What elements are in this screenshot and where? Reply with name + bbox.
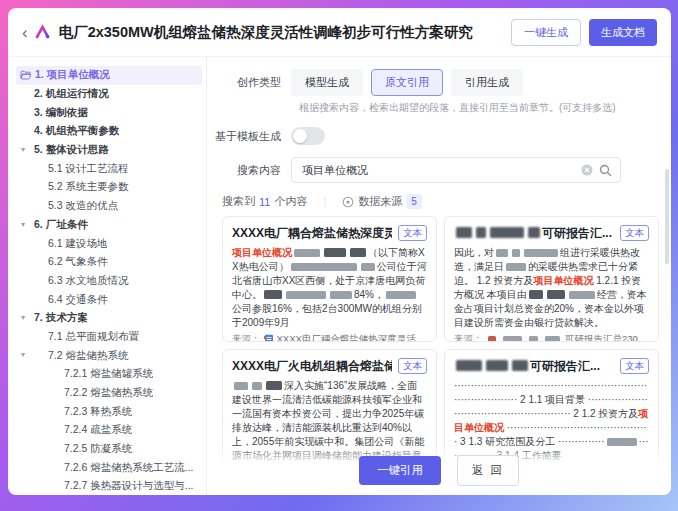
creation-type-tab[interactable]: 原文引用 xyxy=(371,69,443,96)
chevron-down-icon[interactable]: ▾ xyxy=(21,309,25,328)
search-label: 搜索内容 xyxy=(215,163,281,178)
text-fragment: 公司参股16%，包括2台300MW的机组分别于2009年9月 xyxy=(232,303,422,328)
sidebar-item[interactable]: 6.1 建设场地 xyxy=(16,234,202,253)
sidebar-item[interactable]: 5.3 改造的优点 xyxy=(16,197,202,216)
template-toggle-row: 基于模板生成 xyxy=(215,127,659,145)
redacted-block xyxy=(512,360,528,371)
card-header: 可研报告汇...文本 xyxy=(454,358,649,375)
redacted-block xyxy=(386,291,416,299)
create-document-button[interactable]: 生成文档 xyxy=(589,19,657,46)
data-source-count[interactable]: 5 xyxy=(406,194,422,209)
sidebar-item[interactable]: 7.2.4 疏盐系统 xyxy=(16,421,202,440)
sidebar-item-label: 7.2.6 熔盐储热系统工艺流... xyxy=(64,461,194,475)
creation-type-tab[interactable]: 引用生成 xyxy=(451,69,523,96)
one-click-cite-button[interactable]: 一键引用 xyxy=(359,456,441,485)
search-input[interactable] xyxy=(300,163,575,177)
sidebar-item[interactable]: 5.2 系统主要参数 xyxy=(16,178,202,197)
sidebar-item[interactable]: 4. 机组热平衡参数 xyxy=(16,122,202,141)
template-toggle[interactable] xyxy=(291,127,325,145)
found-prefix: 搜索到 xyxy=(222,194,255,209)
back-button[interactable]: ‹ xyxy=(22,24,28,41)
page-title: 电厂2x350MW机组熔盐储热深度灵活性调峰初步可行性方案研究 xyxy=(59,23,511,42)
sidebar-item-label: 7.2 熔盐储热系统 xyxy=(48,349,129,363)
text-fragment: 可研报告汇... xyxy=(542,226,612,240)
sidebar-item[interactable]: 6.4 交通条件 xyxy=(16,290,202,309)
sidebar-item[interactable]: 3. 编制依据 xyxy=(16,103,202,122)
redacted-block xyxy=(361,263,375,271)
result-card[interactable]: XXXX电厂耦合熔盐储热深度灵...文本项目单位概况（以下简称XX热电公司）公司… xyxy=(222,216,437,342)
document-icon xyxy=(264,334,274,342)
text-fragment: 84%， xyxy=(354,289,384,300)
sidebar-item[interactable]: 7.1 总平面规划布置 xyxy=(16,328,202,347)
sidebar-item[interactable]: 6.2 气象条件 xyxy=(16,253,202,272)
card-title: XXXX电厂火电机组耦合熔盐储... xyxy=(232,358,392,375)
card-title: XXXX电厂耦合熔盐储热深度灵... xyxy=(232,225,392,242)
text-fragment: XXXX电厂耦合熔盐储热深度灵活调峰热电解耦初步可... xyxy=(277,333,428,342)
sidebar-item-label: 7.2.1 熔盐储罐系统 xyxy=(64,367,153,381)
text-fragment: ········································… xyxy=(454,380,648,419)
card-header: XXXX电厂耦合熔盐储热深度灵...文本 xyxy=(232,225,427,242)
card-source: 来源：可研报告汇总230826.pdf xyxy=(454,333,649,342)
sidebar-item[interactable]: ▾7. 技术方案 xyxy=(16,309,202,328)
card-source: 来源：XXXX电厂耦合熔盐储热深度灵活调峰热电解耦初步可... xyxy=(232,333,427,342)
found-count: 11 xyxy=(259,196,270,208)
redacted-block xyxy=(529,290,543,299)
sidebar-item[interactable]: 7.2.3 释热系统 xyxy=(16,402,202,421)
one-click-generate-button[interactable]: 一键生成 xyxy=(511,19,581,46)
type-badge: 文本 xyxy=(398,225,427,241)
sidebar-item-label: 7.1 总平面规划布置 xyxy=(48,330,139,344)
sidebar-item[interactable]: 2. 机组运行情况 xyxy=(16,85,202,104)
redacted-block xyxy=(476,227,486,238)
gradient-frame: ‹ 电厂2x350MW机组熔盐储热深度灵活性调峰初步可行性方案研究 一键生成 生… xyxy=(0,0,678,511)
sidebar-item-label: 7.2.5 防凝系统 xyxy=(64,442,132,456)
main-panel: 创作类型 模型生成原文引用引用生成 根据搜索内容，检索出期望的段落，直接引用至当… xyxy=(207,57,671,495)
sidebar-item-label: 2. 机组运行情况 xyxy=(34,87,109,101)
sidebar-item[interactable]: 7.2.1 熔盐储罐系统 xyxy=(16,365,202,384)
app-window: ‹ 电厂2x350MW机组熔盐储热深度灵活性调峰初步可行性方案研究 一键生成 生… xyxy=(8,8,671,495)
creation-type-tab[interactable]: 模型生成 xyxy=(291,69,363,96)
return-button[interactable]: 返 回 xyxy=(457,455,519,486)
toggle-knob xyxy=(293,129,307,143)
result-card[interactable]: 可研报告汇...文本因此，对组进行采暖供热改造，满足日的采暖供热需求已十分紧迫。… xyxy=(444,216,659,342)
text-fragment: 可研报告汇... xyxy=(530,359,600,373)
sidebar-item[interactable]: ▾6. 厂址条件 xyxy=(16,216,202,235)
card-header: 可研报告汇...文本 xyxy=(454,225,649,242)
scrollbar[interactable] xyxy=(665,169,669,264)
type-badge: 文本 xyxy=(398,358,427,374)
folder-icon xyxy=(20,70,31,80)
redacted-block xyxy=(324,248,346,257)
card-snippet: 项目单位概况（以下简称XX热电公司）公司位于河北省唐山市XX区西侧，处于京津唐电… xyxy=(232,246,427,330)
outline-sidebar: 1. 项目单位概况2. 机组运行情况3. 编制依据4. 机组热平衡参数▾5. 整… xyxy=(8,57,207,495)
sidebar-item-label: 7.2.4 疏盐系统 xyxy=(64,423,132,437)
clear-icon[interactable] xyxy=(581,164,593,176)
text-fragment: 可研报告汇总230826.pdf xyxy=(565,333,649,342)
redacted-block xyxy=(291,263,357,271)
redacted-block xyxy=(456,227,472,238)
sidebar-item[interactable]: 7.2.6 熔盐储热系统工艺流... xyxy=(16,458,202,477)
chevron-down-icon[interactable]: ▾ xyxy=(21,216,25,235)
sidebar-item[interactable]: 7.2.2 熔盐储热系统 xyxy=(16,384,202,403)
sidebar-item[interactable]: ▾5. 整体设计思路 xyxy=(16,141,202,160)
sidebar-item-label: 3. 编制依据 xyxy=(34,106,88,120)
sidebar-item-label: 6.1 建设场地 xyxy=(48,237,108,251)
sidebar-item[interactable]: 7.2.5 防凝系统 xyxy=(16,440,202,459)
sidebar-item[interactable]: 6.3 水文地质情况 xyxy=(16,272,202,291)
sidebar-item-label: 6. 厂址条件 xyxy=(34,218,88,232)
search-icon[interactable] xyxy=(599,164,612,177)
sidebar-item[interactable]: 7.2.7 换热器设计与选型与... xyxy=(16,477,202,495)
chevron-down-icon[interactable]: ▾ xyxy=(21,141,25,160)
redacted-block xyxy=(496,249,508,257)
chevron-down-icon[interactable]: ▾ xyxy=(21,346,25,365)
sidebar-item[interactable]: 5.1 设计工艺流程 xyxy=(16,159,202,178)
redacted-block xyxy=(503,336,522,343)
sidebar-item-label: 5. 整体设计思路 xyxy=(34,143,109,157)
redacted-block xyxy=(569,291,595,299)
redacted-block xyxy=(286,291,326,299)
sidebar-item[interactable]: 1. 项目单位概况 xyxy=(16,66,202,85)
sidebar-item[interactable]: ▾7.2 熔盐储热系统 xyxy=(16,346,202,365)
search-box xyxy=(291,157,621,183)
redacted-block xyxy=(506,263,526,271)
redacted-block xyxy=(490,227,524,238)
data-source-label[interactable]: 数据来源 xyxy=(358,194,402,209)
creation-type-tabs: 模型生成原文引用引用生成 xyxy=(291,69,523,96)
